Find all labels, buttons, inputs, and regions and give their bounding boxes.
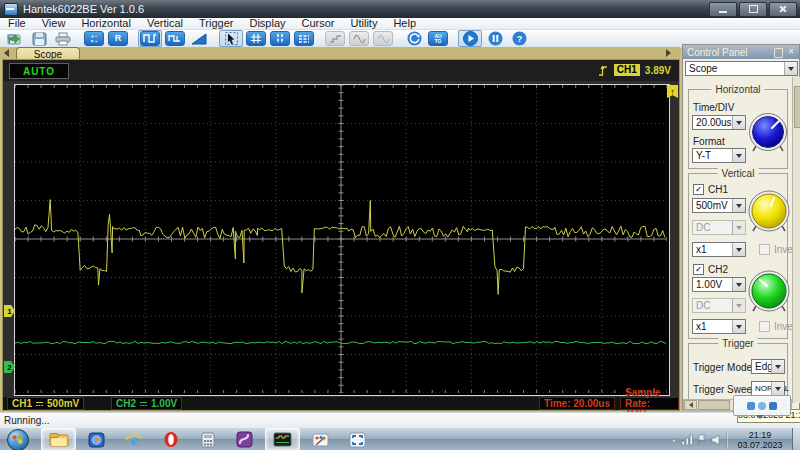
pulse-display-button[interactable] [138, 30, 162, 47]
trigger-level-marker[interactable]: ↑ [667, 85, 678, 98]
taskbar-mediaplayer-button[interactable] [80, 429, 113, 450]
menu-item-display[interactable]: Display [241, 18, 293, 29]
ch2-scale-dropdown[interactable]: 1.00V [692, 277, 746, 292]
close-button[interactable] [769, 2, 797, 17]
menu-item-vertical[interactable]: Vertical [139, 18, 191, 29]
ramp-display-button[interactable] [188, 31, 210, 46]
ch2-coupling-value: DC [696, 300, 710, 311]
save-button[interactable] [28, 31, 50, 46]
start-button[interactable] [7, 429, 29, 450]
help-button[interactable]: ? [508, 31, 530, 46]
sine-wave-icon-disabled [349, 31, 369, 46]
taskbar-calculator-button[interactable] [191, 429, 224, 450]
ch1-position-knob[interactable] [746, 187, 792, 239]
menu-item-view[interactable]: View [34, 18, 74, 29]
vertical-group: Vertical ✓ CH1 500mV DC x1 [688, 173, 788, 339]
ch1-probe-dropdown[interactable]: x1 [692, 242, 746, 257]
panel-close-icon[interactable]: ✕ [787, 48, 795, 56]
timediv-dropdown[interactable]: 20.00us [692, 115, 746, 130]
fullscreen-brackets-icon [349, 432, 366, 448]
reference-button[interactable]: R [107, 31, 129, 46]
scroll-left-button[interactable] [684, 400, 697, 410]
taskbar-snipping-button[interactable] [341, 429, 374, 450]
minimize-icon [719, 11, 727, 13]
control-panel-caption: Control Panel ✕ [683, 45, 799, 59]
tab-scroll-left-icon[interactable] [4, 49, 9, 57]
taskbar-purple-app-button[interactable] [228, 429, 261, 450]
scrollbar-thumb[interactable] [698, 400, 730, 410]
ch2-position-knob[interactable] [746, 267, 792, 319]
trigger-level-value: 3.89V [645, 65, 671, 76]
menu-item-trigger[interactable]: Trigger [191, 18, 241, 29]
menu-item-utility[interactable]: Utility [343, 18, 386, 29]
horizontal-cursor-button[interactable] [293, 31, 315, 46]
dropdown-arrow-icon [771, 382, 784, 395]
oscilloscope-app-icon [273, 432, 292, 447]
taskbar-ie-button[interactable]: e [117, 429, 150, 450]
open-file-icon [6, 32, 24, 46]
clock-time: 21:19 [732, 430, 788, 440]
checkbox-unchecked-icon [759, 244, 770, 255]
minimize-button[interactable] [709, 2, 737, 17]
print-button[interactable] [52, 31, 74, 46]
trigger-mode-dropdown[interactable]: Edge [751, 359, 785, 374]
scrollbar-thumb[interactable] [794, 86, 800, 128]
refresh-button[interactable] [403, 31, 425, 46]
pointer-tool-button[interactable] [219, 30, 243, 47]
ch2-coupling-dropdown: DC [692, 298, 746, 313]
tray-icons[interactable] [666, 431, 726, 449]
taskbar-paint-button[interactable] [304, 429, 337, 450]
panel-vertical-scrollbar[interactable] [792, 77, 800, 403]
ch1-scale-dropdown[interactable]: 500mV [692, 198, 746, 213]
taskbar-explorer-button[interactable] [41, 428, 76, 450]
windows-taskbar: e [0, 427, 800, 450]
menu-item-help[interactable]: Help [385, 18, 424, 29]
hidden-tray-icon[interactable] [758, 402, 766, 410]
autoset-button[interactable]: AU TO [427, 31, 449, 46]
ch2-probe-dropdown[interactable]: x1 [692, 319, 746, 334]
open-button[interactable] [4, 31, 26, 46]
dc-coupling-icon [139, 400, 148, 408]
autoset-icon: AU TO [428, 31, 448, 46]
pin-icon[interactable] [774, 48, 783, 58]
vertical-group-label: Vertical [718, 168, 759, 179]
help-icon: ? [512, 31, 527, 46]
trigger-sweep-dropdown[interactable]: NORMAL [751, 381, 785, 396]
maximize-button[interactable] [739, 2, 767, 17]
hidden-tray-icon[interactable] [769, 402, 777, 410]
checkbox-checked-icon: ✓ [693, 264, 704, 275]
math-button[interactable]: + - × ÷ [83, 31, 105, 46]
play-icon [463, 31, 478, 46]
grid-button[interactable] [245, 31, 267, 46]
menu-item-horizontal[interactable]: Horizontal [73, 18, 139, 29]
show-desktop-button[interactable] [792, 428, 800, 450]
taskbar-opera-button[interactable] [154, 429, 187, 450]
vertical-cursor-button[interactable] [269, 31, 291, 46]
trigger-group-label: Trigger [718, 338, 757, 349]
document-tab-strip: Scope [0, 47, 680, 59]
tab-scroll-right-icon[interactable] [666, 49, 671, 57]
taskbar-clock[interactable]: 21:19 03.07.2023 [728, 430, 792, 450]
tray-overflow-popup[interactable] [733, 395, 791, 416]
ch2-enable-checkbox[interactable]: ✓ CH2 [693, 264, 728, 275]
dropdown-arrow-icon [732, 278, 745, 291]
timediv-label: Time/DIV [693, 102, 734, 113]
taskbar-hantek-button[interactable] [265, 428, 300, 450]
pulse2-display-button[interactable] [164, 31, 186, 46]
format-dropdown[interactable]: Y-T [692, 148, 746, 163]
dropdown-arrow-icon [732, 243, 745, 256]
hidden-tray-icon[interactable] [747, 402, 755, 410]
paint-icon [312, 432, 329, 448]
trigger-readout: CH1 3.89V [598, 63, 671, 77]
timebase-knob[interactable] [747, 110, 789, 158]
panel-selector-dropdown[interactable]: Scope [685, 61, 798, 76]
app-icon [4, 3, 18, 16]
start-button[interactable] [458, 30, 482, 47]
waveform-plot[interactable] [14, 84, 670, 396]
menu-item-cursor[interactable]: Cursor [294, 18, 343, 29]
pause-button[interactable] [484, 31, 506, 46]
step-wave-icon-disabled [325, 31, 345, 46]
ch1-enable-checkbox[interactable]: ✓ CH1 [693, 184, 728, 195]
menu-item-file[interactable]: File [0, 18, 34, 29]
grid-icon [246, 31, 266, 46]
